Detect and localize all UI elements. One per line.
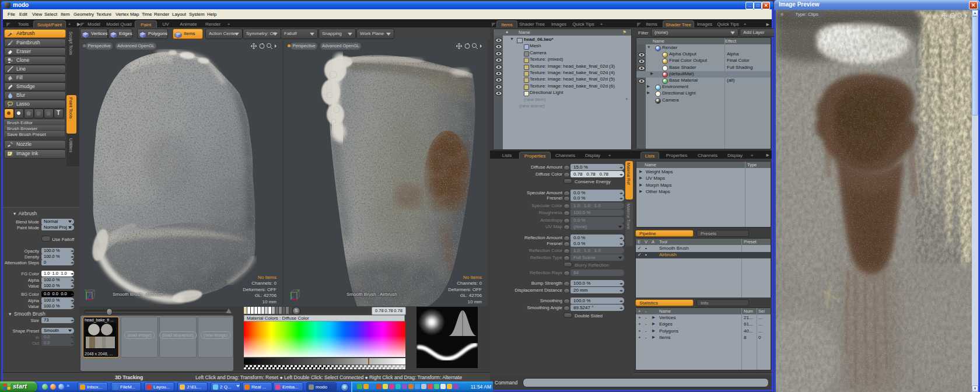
svg-text:Y: Y xyxy=(85,289,88,293)
svg-text:Y: Y xyxy=(297,289,300,293)
svg-text:Z: Z xyxy=(89,293,92,297)
